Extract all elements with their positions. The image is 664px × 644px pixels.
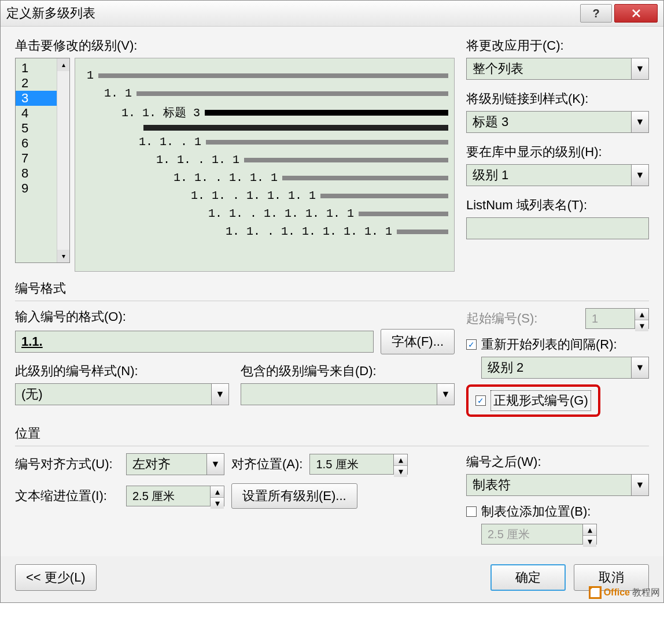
- spin-down-icon[interactable]: ▾: [635, 320, 648, 331]
- close-button[interactable]: [614, 4, 658, 23]
- align-at-spinner[interactable]: 1.5 厘米 ▴▾: [309, 454, 408, 475]
- number-style-dropdown[interactable]: (无) ▼: [15, 383, 229, 405]
- top-row: 单击要修改的级别(V): 123456789 ▴ ▾ 11. 11. 1. 标题…: [15, 37, 649, 272]
- preview-line: 1. 1. 标题 3: [121, 105, 448, 120]
- scroll-up-icon[interactable]: ▴: [57, 58, 69, 71]
- format-section: 编号格式 输入编号的格式(O): 1.1. 字体(F)... 此级别的编号样式(…: [15, 280, 649, 417]
- chevron-down-icon[interactable]: ▼: [631, 357, 648, 378]
- position-section: 位置 编号对齐方式(U): 左对齐 ▼ 对齐位置(A): 1.5 厘米: [15, 425, 649, 545]
- level-list[interactable]: 123456789 ▴ ▾: [15, 58, 70, 263]
- tabstop-label: 制表位添加位置(B):: [481, 503, 591, 520]
- restart-checkbox[interactable]: ✓: [466, 339, 477, 350]
- dialog-title: 定义新多级列表: [6, 5, 578, 22]
- titlebar: 定义新多级列表 ?: [1, 1, 663, 27]
- ok-button[interactable]: 确定: [490, 564, 566, 591]
- spin-up-icon[interactable]: ▴: [211, 486, 224, 498]
- preview-line: 1. 1. . 1. 1. 1. 1. 1. 1: [226, 225, 448, 238]
- listnum-input[interactable]: [466, 217, 649, 239]
- number-style-label: 此级别的编号样式(N):: [15, 362, 229, 380]
- level-item[interactable]: 7: [16, 151, 57, 166]
- help-button[interactable]: ?: [580, 4, 612, 23]
- watermark-icon: [589, 586, 602, 599]
- restart-dropdown[interactable]: 级别 2 ▼: [481, 357, 649, 379]
- chevron-down-icon[interactable]: ▼: [437, 384, 454, 405]
- follow-dropdown[interactable]: 制表符 ▼: [466, 474, 649, 496]
- chevron-down-icon[interactable]: ▼: [631, 165, 648, 186]
- level-item[interactable]: 5: [16, 121, 57, 136]
- chevron-down-icon[interactable]: ▼: [631, 475, 648, 495]
- set-all-levels-button[interactable]: 设置所有级别(E)...: [231, 483, 357, 509]
- format-input[interactable]: 1.1.: [15, 331, 374, 353]
- include-from-label: 包含的级别编号来自(D):: [241, 362, 455, 380]
- spin-down-icon[interactable]: ▾: [211, 498, 224, 509]
- include-from-dropdown[interactable]: ▼: [241, 383, 455, 405]
- start-at-spinner[interactable]: 1 ▴▾: [585, 308, 649, 329]
- legal-checkbox[interactable]: ✓: [475, 395, 486, 406]
- spin-down-icon[interactable]: ▾: [394, 466, 407, 477]
- restart-label: 重新开始列表的间隔(R):: [481, 336, 617, 353]
- align-label: 编号对齐方式(U):: [15, 456, 119, 473]
- tabstop-checkbox[interactable]: ✓: [466, 506, 477, 517]
- link-style-dropdown[interactable]: 标题 3 ▼: [466, 111, 649, 133]
- level-item[interactable]: 6: [16, 136, 57, 151]
- level-preview: 11. 11. 1. 标题 31. 1. . 11. 1. . 1. 11. 1…: [75, 58, 455, 272]
- show-gallery-label: 要在库中显示的级别(H):: [466, 143, 649, 161]
- preview-line: 1. 1: [104, 87, 448, 100]
- enter-format-label: 输入编号的格式(O):: [15, 308, 455, 325]
- dialog-footer: << 更少(L) 确定 取消: [1, 556, 663, 602]
- spin-up-icon[interactable]: ▴: [635, 309, 648, 320]
- close-icon: [632, 9, 641, 18]
- dialog-content: 单击要修改的级别(V): 123456789 ▴ ▾ 11. 11. 1. 标题…: [1, 27, 663, 556]
- level-list-scrollbar[interactable]: ▴ ▾: [57, 58, 69, 262]
- less-button[interactable]: << 更少(L): [15, 564, 97, 591]
- legal-label: 正规形式编号(G): [490, 390, 591, 411]
- spin-up-icon[interactable]: ▴: [394, 454, 407, 466]
- chevron-down-icon[interactable]: ▼: [206, 454, 224, 475]
- watermark: Office教程网: [589, 586, 660, 599]
- level-item[interactable]: 4: [16, 106, 57, 121]
- indent-spinner[interactable]: 2.5 厘米 ▴▾: [126, 486, 224, 506]
- preview-line: [139, 125, 448, 131]
- level-item[interactable]: 3: [16, 91, 57, 106]
- dialog-define-multilevel-list: 定义新多级列表 ? 单击要修改的级别(V): 123456789 ▴ ▾: [0, 0, 664, 603]
- apply-to-dropdown[interactable]: 整个列表 ▼: [466, 58, 649, 80]
- listnum-label: ListNum 域列表名(T):: [466, 197, 649, 214]
- apply-to-label: 将更改应用于(C):: [466, 37, 649, 54]
- chevron-down-icon[interactable]: ▼: [631, 58, 648, 79]
- start-at-label: 起始编号(S):: [466, 310, 580, 327]
- level-item[interactable]: 1: [16, 61, 57, 76]
- scroll-down-icon[interactable]: ▾: [57, 250, 69, 262]
- level-item[interactable]: 9: [16, 181, 57, 196]
- font-button[interactable]: 字体(F)...: [381, 329, 455, 354]
- level-item[interactable]: 2: [16, 76, 57, 91]
- preview-line: 1. 1. . 1. 1. 1. 1: [191, 189, 448, 202]
- preview-line: 1: [87, 69, 448, 82]
- align-at-label: 对齐位置(A):: [231, 456, 303, 473]
- preview-line: 1. 1. . 1. 1. 1. 1. 1: [208, 207, 448, 220]
- tabstop-spinner[interactable]: 2.5 厘米 ▴▾: [481, 524, 597, 545]
- format-section-label: 编号格式: [15, 280, 649, 297]
- indent-label: 文本缩进位置(I):: [15, 487, 119, 505]
- position-section-label: 位置: [15, 425, 649, 442]
- chevron-down-icon[interactable]: ▼: [631, 112, 648, 132]
- level-item[interactable]: 8: [16, 166, 57, 181]
- link-style-label: 将级别链接到样式(K):: [466, 90, 649, 108]
- preview-line: 1. 1. . 1. 1: [156, 153, 448, 166]
- spin-up-icon[interactable]: ▴: [583, 524, 596, 536]
- chevron-down-icon[interactable]: ▼: [211, 384, 228, 405]
- level-click-label: 单击要修改的级别(V):: [15, 37, 455, 54]
- preview-line: 1. 1. . 1: [139, 135, 448, 149]
- preview-line: 1. 1. . 1. 1. 1: [174, 171, 448, 184]
- follow-label: 编号之后(W):: [466, 453, 649, 471]
- legal-format-highlight: ✓ 正规形式编号(G): [466, 384, 600, 417]
- spin-down-icon[interactable]: ▾: [583, 536, 596, 547]
- align-dropdown[interactable]: 左对齐 ▼: [126, 453, 224, 475]
- show-gallery-dropdown[interactable]: 级别 1 ▼: [466, 164, 649, 186]
